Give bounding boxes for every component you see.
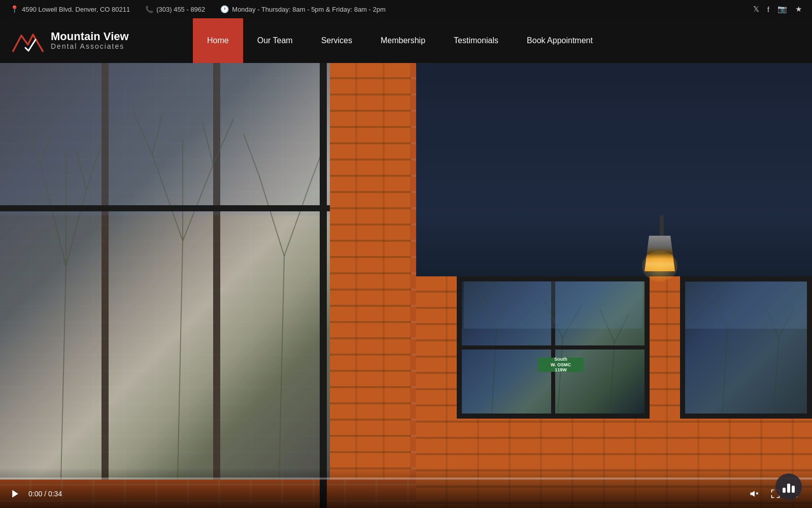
svg-line-18 bbox=[284, 185, 310, 256]
svg-line-10 bbox=[183, 165, 213, 241]
lamp-glow bbox=[642, 251, 678, 281]
svg-line-33 bbox=[723, 329, 727, 413]
svg-line-6 bbox=[86, 144, 101, 190]
yelp-icon[interactable]: ★ bbox=[795, 5, 802, 14]
svg-line-26 bbox=[558, 338, 562, 414]
svg-line-36 bbox=[774, 338, 779, 414]
svg-marker-41 bbox=[751, 491, 755, 497]
brick-column-center bbox=[330, 63, 411, 480]
logo-name: Mountain View bbox=[51, 30, 129, 43]
top-bar: 📍 4590 Lowell Blvd. Denver, CO 80211 📞 (… bbox=[0, 0, 812, 18]
mute-icon bbox=[749, 489, 759, 499]
svg-line-1 bbox=[41, 165, 66, 266]
wistia-bar-2 bbox=[787, 484, 790, 493]
awning: MOUNTAIN V bbox=[416, 63, 812, 276]
video-container[interactable]: MOUNTAIN V bbox=[0, 63, 812, 508]
street-sign-text: SouthW. OSMC119W bbox=[551, 357, 571, 373]
nav-book-appointment[interactable]: Book Appointment bbox=[513, 18, 607, 63]
right-window bbox=[457, 276, 650, 419]
mute-button[interactable] bbox=[747, 487, 761, 501]
window-divider-h1 bbox=[0, 205, 330, 211]
wistia-badge[interactable] bbox=[775, 473, 802, 500]
logo[interactable]: Mountain View Dental Associates bbox=[10, 25, 183, 56]
left-windows bbox=[0, 63, 330, 480]
svg-line-13 bbox=[152, 114, 162, 154]
video-time: 0:00 / 0:34 bbox=[28, 490, 62, 498]
phone-item[interactable]: 📞 (303) 455 - 8962 bbox=[145, 6, 205, 13]
video-progress-bar[interactable] bbox=[0, 478, 812, 480]
location-icon: 📍 bbox=[10, 5, 19, 13]
nav-our-team[interactable]: Our Team bbox=[243, 18, 307, 63]
svg-line-17 bbox=[259, 175, 284, 256]
svg-line-15 bbox=[203, 124, 213, 165]
svg-line-5 bbox=[41, 134, 51, 165]
svg-line-2 bbox=[66, 190, 86, 266]
facebook-icon[interactable]: f bbox=[767, 5, 769, 14]
nav-links: Home Our Team Services Membership Testim… bbox=[193, 18, 607, 63]
logo-icon bbox=[10, 25, 46, 56]
logo-text: Mountain View Dental Associates bbox=[51, 30, 129, 51]
svg-line-0 bbox=[61, 266, 66, 480]
wistia-bars bbox=[783, 481, 795, 493]
svg-line-4 bbox=[25, 124, 41, 165]
svg-line-23 bbox=[492, 329, 496, 414]
hours-item: 🕐 Monday - Thursday: 8am - 5pm & Friday:… bbox=[220, 5, 385, 13]
wistia-bar-1 bbox=[783, 488, 786, 493]
svg-line-7 bbox=[76, 149, 86, 190]
nav-testimonials[interactable]: Testimonials bbox=[439, 18, 513, 63]
svg-line-9 bbox=[152, 154, 183, 241]
right-window-2-reflection bbox=[685, 281, 807, 414]
window-divider-v bbox=[320, 63, 327, 508]
social-links: 𝕏 f 📷 ★ bbox=[753, 5, 802, 14]
twitter-icon[interactable]: 𝕏 bbox=[753, 5, 759, 14]
svg-line-14 bbox=[213, 119, 233, 165]
instagram-icon[interactable]: 📷 bbox=[777, 5, 787, 14]
tree-reflection-svg bbox=[0, 63, 330, 480]
svg-rect-32 bbox=[464, 281, 643, 329]
svg-line-12 bbox=[132, 109, 152, 154]
svg-line-19 bbox=[244, 134, 259, 175]
wistia-bar-3 bbox=[792, 486, 795, 493]
street-sign: SouthW. OSMC119W bbox=[538, 358, 584, 372]
clock-icon: 🕐 bbox=[220, 5, 229, 13]
svg-rect-21 bbox=[0, 63, 330, 215]
svg-line-16 bbox=[279, 256, 284, 480]
svg-rect-22 bbox=[0, 215, 330, 480]
navbar: Mountain View Dental Associates Home Our… bbox=[0, 18, 812, 63]
address-item: 📍 4590 Lowell Blvd. Denver, CO 80211 bbox=[10, 5, 130, 13]
play-button[interactable] bbox=[8, 487, 22, 501]
svg-marker-40 bbox=[12, 490, 18, 498]
wall-lamp bbox=[639, 215, 680, 276]
right-window-reflection bbox=[462, 281, 645, 414]
phone-text: (303) 455 - 8962 bbox=[156, 6, 205, 13]
logo-sub: Dental Associates bbox=[51, 43, 129, 50]
play-icon bbox=[10, 489, 20, 499]
nav-services[interactable]: Services bbox=[307, 18, 366, 63]
nav-membership[interactable]: Membership bbox=[366, 18, 439, 63]
svg-line-8 bbox=[178, 241, 183, 480]
right-window-2 bbox=[680, 276, 812, 419]
nav-home[interactable]: Home bbox=[193, 18, 243, 63]
svg-line-29 bbox=[610, 343, 614, 414]
hours-text: Monday - Thursday: 8am - 5pm & Friday: 8… bbox=[232, 6, 385, 13]
phone-icon: 📞 bbox=[145, 6, 153, 13]
video-controls: 0:00 / 0:34 bbox=[0, 480, 812, 508]
svg-rect-39 bbox=[685, 282, 807, 329]
address-text: 4590 Lowell Blvd. Denver, CO 80211 bbox=[22, 6, 130, 13]
